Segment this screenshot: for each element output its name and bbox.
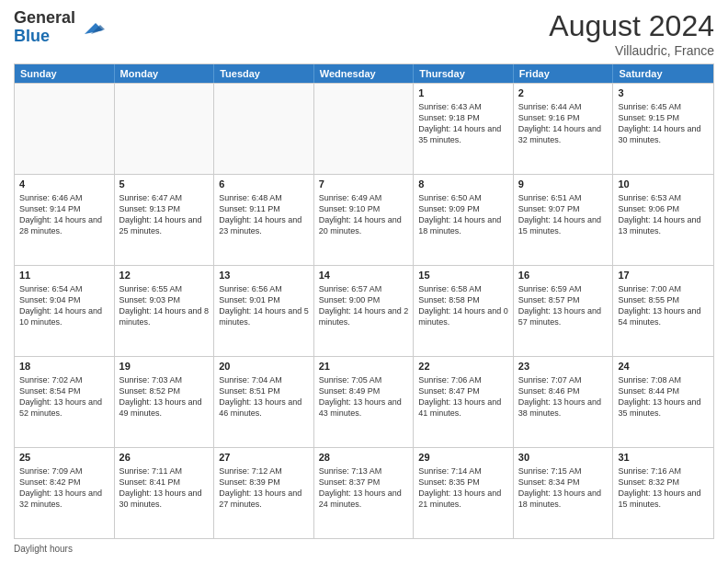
month-year: August 2024 [549,9,714,43]
day-number: 25 [19,451,109,465]
sun-info: Sunrise: 6:43 AMSunset: 9:18 PMDaylight:… [418,101,508,146]
day-number: 3 [618,86,709,100]
logo-icon [77,14,105,41]
day-number: 31 [618,451,709,465]
header: General Blue August 2024 Villaudric, Fra… [14,9,714,58]
daylight-label: Daylight hours [14,544,73,554]
sun-info: Sunrise: 6:56 AMSunset: 9:01 PMDaylight:… [219,283,309,328]
header-thursday: Thursday [414,64,514,83]
day-number: 27 [219,451,309,465]
sun-info: Sunrise: 7:15 AMSunset: 8:34 PMDaylight:… [518,465,609,511]
calendar-cell: 19Sunrise: 7:03 AMSunset: 8:52 PMDayligh… [115,357,215,447]
calendar-cell [115,84,215,174]
calendar-cell: 16Sunrise: 6:59 AMSunset: 8:57 PMDayligh… [514,266,614,356]
calendar-cell: 30Sunrise: 7:15 AMSunset: 8:34 PMDayligh… [514,448,614,538]
calendar-cell: 21Sunrise: 7:05 AMSunset: 8:49 PMDayligh… [314,357,415,447]
calendar-body: 1Sunrise: 6:43 AMSunset: 9:18 PMDaylight… [15,83,713,538]
day-number: 15 [418,269,508,282]
calendar-row: 25Sunrise: 7:09 AMSunset: 8:42 PMDayligh… [15,447,713,538]
sun-info: Sunrise: 6:54 AMSunset: 9:04 PMDaylight:… [19,283,109,328]
day-number: 19 [119,360,210,373]
sun-info: Sunrise: 7:09 AMSunset: 8:42 PMDaylight:… [19,465,109,511]
sun-info: Sunrise: 7:11 AMSunset: 8:41 PMDaylight:… [119,465,210,511]
day-number: 12 [119,269,210,282]
calendar: Sunday Monday Tuesday Wednesday Thursday… [14,63,714,539]
calendar-cell: 2Sunrise: 6:44 AMSunset: 9:16 PMDaylight… [514,84,614,174]
sun-info: Sunrise: 6:45 AMSunset: 9:15 PMDaylight:… [618,101,709,146]
sun-info: Sunrise: 6:46 AMSunset: 9:14 PMDaylight:… [19,192,109,237]
sun-info: Sunrise: 7:16 AMSunset: 8:32 PMDaylight:… [618,465,709,511]
calendar-cell: 17Sunrise: 7:00 AMSunset: 8:55 PMDayligh… [613,266,713,356]
calendar-cell: 27Sunrise: 7:12 AMSunset: 8:39 PMDayligh… [214,448,314,538]
calendar-cell: 31Sunrise: 7:16 AMSunset: 8:32 PMDayligh… [613,448,713,538]
calendar-cell: 20Sunrise: 7:04 AMSunset: 8:51 PMDayligh… [214,357,314,447]
calendar-cell [15,84,115,174]
calendar-cell: 18Sunrise: 7:02 AMSunset: 8:54 PMDayligh… [15,357,115,447]
sun-info: Sunrise: 7:03 AMSunset: 8:52 PMDaylight:… [119,374,210,419]
sun-info: Sunrise: 7:05 AMSunset: 8:49 PMDaylight:… [319,374,409,419]
calendar-cell: 11Sunrise: 6:54 AMSunset: 9:04 PMDayligh… [15,266,115,356]
calendar-cell: 14Sunrise: 6:57 AMSunset: 9:00 PMDayligh… [314,266,415,356]
day-number: 11 [19,269,109,282]
calendar-header: Sunday Monday Tuesday Wednesday Thursday… [15,64,713,83]
day-number: 1 [418,86,508,100]
sun-info: Sunrise: 6:44 AMSunset: 9:16 PMDaylight:… [518,101,609,146]
header-sunday: Sunday [15,64,115,83]
sun-info: Sunrise: 6:55 AMSunset: 9:03 PMDaylight:… [119,283,210,328]
day-number: 24 [618,360,709,373]
calendar-cell: 5Sunrise: 6:47 AMSunset: 9:13 PMDaylight… [115,175,215,265]
sun-info: Sunrise: 7:14 AMSunset: 8:35 PMDaylight:… [418,465,508,511]
calendar-cell: 29Sunrise: 7:14 AMSunset: 8:35 PMDayligh… [414,448,514,538]
sun-info: Sunrise: 6:49 AMSunset: 9:10 PMDaylight:… [319,192,409,237]
day-number: 4 [19,178,109,191]
header-wednesday: Wednesday [314,64,415,83]
sun-info: Sunrise: 6:47 AMSunset: 9:13 PMDaylight:… [119,192,210,237]
sun-info: Sunrise: 7:12 AMSunset: 8:39 PMDaylight:… [219,465,309,511]
header-tuesday: Tuesday [214,64,314,83]
day-number: 30 [518,451,609,465]
calendar-cell: 25Sunrise: 7:09 AMSunset: 8:42 PMDayligh… [15,448,115,538]
sun-info: Sunrise: 7:06 AMSunset: 8:47 PMDaylight:… [418,374,508,419]
sun-info: Sunrise: 6:57 AMSunset: 9:00 PMDaylight:… [319,283,409,328]
calendar-cell: 23Sunrise: 7:07 AMSunset: 8:46 PMDayligh… [514,357,614,447]
day-number: 26 [119,451,210,465]
calendar-row: 4Sunrise: 6:46 AMSunset: 9:14 PMDaylight… [15,174,713,265]
calendar-cell: 12Sunrise: 6:55 AMSunset: 9:03 PMDayligh… [115,266,215,356]
calendar-row: 18Sunrise: 7:02 AMSunset: 8:54 PMDayligh… [15,356,713,447]
calendar-cell: 3Sunrise: 6:45 AMSunset: 9:15 PMDaylight… [613,84,713,174]
sun-info: Sunrise: 6:50 AMSunset: 9:09 PMDaylight:… [418,192,508,237]
day-number: 9 [518,178,609,191]
calendar-row: 11Sunrise: 6:54 AMSunset: 9:04 PMDayligh… [15,265,713,356]
day-number: 6 [219,178,309,191]
day-number: 18 [19,360,109,373]
calendar-cell: 15Sunrise: 6:58 AMSunset: 8:58 PMDayligh… [414,266,514,356]
sun-info: Sunrise: 6:51 AMSunset: 9:07 PMDaylight:… [518,192,609,237]
calendar-cell: 1Sunrise: 6:43 AMSunset: 9:18 PMDaylight… [414,84,514,174]
calendar-cell: 6Sunrise: 6:48 AMSunset: 9:11 PMDaylight… [214,175,314,265]
day-number: 28 [319,451,409,465]
calendar-cell [214,84,314,174]
day-number: 2 [518,86,609,100]
calendar-cell: 7Sunrise: 6:49 AMSunset: 9:10 PMDaylight… [314,175,415,265]
sun-info: Sunrise: 7:02 AMSunset: 8:54 PMDaylight:… [19,374,109,419]
sun-info: Sunrise: 6:58 AMSunset: 8:58 PMDaylight:… [418,283,508,328]
footer: Daylight hours [14,544,714,554]
calendar-cell: 9Sunrise: 6:51 AMSunset: 9:07 PMDaylight… [514,175,614,265]
sun-info: Sunrise: 7:07 AMSunset: 8:46 PMDaylight:… [518,374,609,419]
logo: General Blue [14,9,105,46]
day-number: 29 [418,451,508,465]
sun-info: Sunrise: 6:59 AMSunset: 8:57 PMDaylight:… [518,283,609,328]
day-number: 17 [618,269,709,282]
sun-info: Sunrise: 7:04 AMSunset: 8:51 PMDaylight:… [219,374,309,419]
day-number: 10 [618,178,709,191]
day-number: 13 [219,269,309,282]
calendar-cell: 8Sunrise: 6:50 AMSunset: 9:09 PMDaylight… [414,175,514,265]
day-number: 14 [319,269,409,282]
page: General Blue August 2024 Villaudric, Fra… [0,0,728,563]
calendar-cell: 28Sunrise: 7:13 AMSunset: 8:37 PMDayligh… [314,448,415,538]
sun-info: Sunrise: 7:13 AMSunset: 8:37 PMDaylight:… [319,465,409,511]
sun-info: Sunrise: 7:08 AMSunset: 8:44 PMDaylight:… [618,374,709,419]
calendar-row: 1Sunrise: 6:43 AMSunset: 9:18 PMDaylight… [15,83,713,174]
calendar-cell [314,84,415,174]
day-number: 16 [518,269,609,282]
